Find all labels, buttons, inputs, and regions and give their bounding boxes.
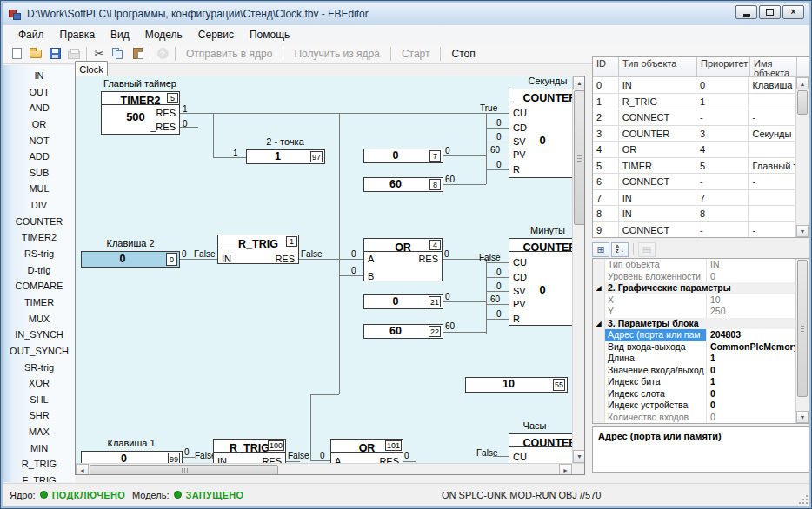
table-vscrollbar[interactable]: ▲ ▼ — [795, 77, 809, 237]
property-value[interactable]: 0 — [707, 388, 795, 400]
io-block-io-21[interactable]: 021 — [363, 294, 443, 309]
palette-item-out_synch[interactable]: OUT_SYNCH — [3, 343, 75, 360]
property-value[interactable]: 0 — [707, 412, 795, 424]
minimize-button[interactable] — [735, 5, 757, 19]
fb-block-or-4[interactable]: OR4ARESB — [363, 238, 443, 281]
property-row[interactable]: ◢3. Параметры блока — [593, 318, 795, 330]
toolbar-button-send-to-core[interactable]: Отправить в ядро — [178, 48, 280, 60]
property-value[interactable]: 1 — [707, 423, 795, 424]
table-row[interactable]: 3COUNTER3Секунды — [593, 126, 795, 142]
palette-item-rs-trig[interactable]: RS-trig — [3, 246, 75, 262]
property-value[interactable]: 0 — [707, 271, 795, 283]
close-button[interactable]: × — [782, 5, 804, 19]
fb-block-timer2-5[interactable]: TIMER25RES_RES500 — [101, 91, 180, 135]
property-row[interactable]: Y250 — [593, 306, 795, 318]
table-row[interactable]: 9CONNECT-- — [593, 222, 795, 239]
palette-item-add[interactable]: ADD — [3, 149, 75, 165]
palette-item-xor[interactable]: XOR — [3, 375, 75, 392]
palette-item-timer[interactable]: TIMER — [3, 294, 75, 311]
property-value[interactable]: 250 — [707, 306, 795, 318]
open-icon[interactable] — [26, 45, 45, 63]
table-row[interactable]: 6CONNECT-- — [593, 174, 795, 190]
table-row[interactable]: 0IN0Клавиша 2 — [593, 77, 795, 94]
table-column-header[interactable]: Тип объекта — [619, 57, 697, 76]
table-row[interactable]: 5TIMER5Главный т... — [593, 158, 795, 175]
toolbar-button-start[interactable]: Старт — [394, 48, 438, 60]
paste-icon[interactable] — [128, 45, 147, 63]
property-value[interactable]: 204803 — [707, 329, 795, 341]
palette-item-sub[interactable]: SUB — [3, 165, 75, 182]
property-row[interactable]: Индекс слота0 — [593, 388, 795, 400]
property-value[interactable]: 0 — [707, 365, 795, 377]
propgrid-vscrollbar[interactable]: ▼ — [795, 259, 809, 423]
table-column-header[interactable]: Имя объекта — [750, 57, 797, 76]
palette-item-out[interactable]: OUT — [3, 84, 75, 101]
property-row[interactable]: Адрес (порта или пам204803 — [593, 329, 795, 341]
palette-item-compare[interactable]: COMPARE — [3, 278, 75, 294]
palette-item-counter[interactable]: COUNTER — [3, 214, 75, 230]
palette-item-in[interactable]: IN — [3, 68, 75, 84]
propgrid-scroll-down[interactable]: ▼ — [796, 411, 809, 423]
toolbar-button-get-from-core[interactable]: Получить из ядра — [286, 48, 387, 60]
table-row[interactable]: 1R_TRIG1 — [593, 94, 795, 110]
property-row[interactable]: Вид входа-выходаCommonPlcMemory — [593, 341, 795, 354]
io-block-io-8[interactable]: 608 — [363, 177, 443, 192]
property-value[interactable]: 10 — [707, 294, 795, 307]
io-block-io-55[interactable]: 1055 — [465, 377, 568, 393]
scroll-up-button[interactable]: ▲ — [573, 76, 585, 89]
menu-помощь[interactable]: Помощь — [242, 27, 297, 43]
scroll-down-button[interactable]: ▼ — [573, 450, 585, 463]
property-value[interactable]: CommonPlcMemory — [707, 341, 795, 354]
palette-item-shl[interactable]: SHL — [3, 392, 75, 408]
io-block-io-22[interactable]: 6022 — [363, 324, 443, 339]
hscroll-thumb[interactable] — [90, 465, 278, 475]
toolbar-button-stop[interactable]: Стоп — [443, 48, 483, 60]
palette-item-div[interactable]: DIV — [3, 197, 75, 214]
menu-вид[interactable]: Вид — [103, 27, 137, 43]
menu-правка[interactable]: Правка — [52, 27, 103, 43]
scroll-left-button[interactable]: ◄ — [76, 464, 89, 475]
palette-item-timer2[interactable]: TIMER2 — [3, 229, 75, 246]
maximize-button[interactable] — [759, 5, 781, 19]
canvas-hscrollbar[interactable]: ◄ ► — [76, 463, 585, 475]
io-block-io-0[interactable]: 00 — [81, 251, 180, 268]
save-icon[interactable] — [45, 45, 64, 63]
category-expander[interactable]: ◢ — [593, 318, 605, 330]
palette-item-or[interactable]: OR — [3, 116, 75, 133]
menu-сервис[interactable]: Сервис — [190, 27, 242, 43]
cut-icon[interactable]: ✂ — [90, 45, 109, 63]
table-column-header[interactable]: Приоритет — [697, 57, 750, 76]
property-value[interactable]: 1 — [707, 353, 795, 365]
palette-item-and[interactable]: AND — [3, 100, 75, 116]
palette-item-shr[interactable]: SHR — [3, 407, 75, 424]
property-value[interactable]: 1 — [707, 376, 795, 388]
io-block-io-7[interactable]: 07 — [363, 149, 443, 163]
palette-item-f_trig[interactable]: F_TRIG — [3, 473, 75, 482]
property-row[interactable]: Значение входа/выход0 — [593, 365, 795, 377]
property-row[interactable]: Уровень вложенности0 — [593, 271, 795, 283]
diagram-canvas[interactable]: 10True100600060R0FalseFalse000False00600… — [75, 76, 585, 475]
menu-модель[interactable]: Модель — [137, 27, 190, 43]
property-row[interactable]: Длина1 — [593, 353, 795, 365]
property-row[interactable]: X10 — [593, 294, 795, 307]
property-row[interactable]: Количество входов0 — [593, 412, 795, 424]
io-block-io-97[interactable]: 197 — [246, 149, 325, 164]
palette-item-not[interactable]: NOT — [3, 133, 75, 149]
property-row[interactable]: Количество выходов1 — [593, 423, 795, 424]
title-bar[interactable]: D:\Work\SoftPLC\Программы, конфигурации\… — [3, 3, 809, 25]
palette-item-sr-trig[interactable]: SR-trig — [3, 360, 75, 376]
menu-файл[interactable]: Файл — [10, 27, 52, 43]
property-value[interactable]: 0 — [707, 400, 795, 412]
alphabetical-icon[interactable]: AZ↓ — [611, 242, 629, 257]
table-column-header[interactable]: ID — [593, 57, 619, 76]
resize-grip[interactable] — [797, 493, 808, 504]
palette-item-mul[interactable]: MUL — [3, 181, 75, 197]
canvas-vscrollbar[interactable]: ▲ ▼ — [572, 76, 585, 463]
categorized-icon[interactable]: ⊞ — [592, 242, 609, 257]
table-row[interactable]: 8IN8 — [593, 206, 795, 222]
category-expander[interactable]: ◢ — [593, 282, 605, 294]
new-icon[interactable] — [7, 45, 26, 63]
table-row[interactable]: 2CONNECT-- — [593, 109, 795, 126]
propgrid-scroll-thumb[interactable] — [797, 260, 808, 397]
palette-item-max[interactable]: MAX — [3, 424, 75, 440]
